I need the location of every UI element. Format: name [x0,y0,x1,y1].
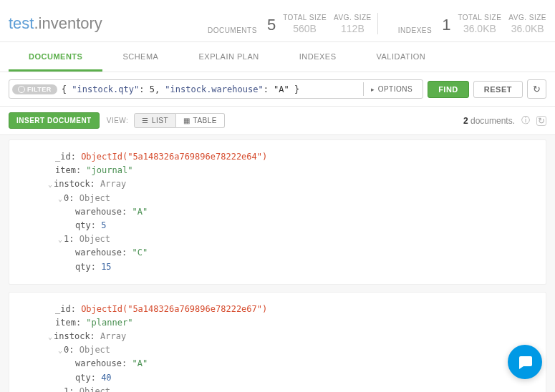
indexes-count: 1 [442,16,450,34]
documents-list: _id: ObjectId("5a148326a769896e78222e64"… [0,135,555,392]
find-button[interactable]: FIND [428,81,469,98]
document-card[interactable]: _id: ObjectId("5a148326a769896e78222e67"… [9,292,546,392]
tab-explain-plan[interactable]: EXPLAIN PLAN [178,42,279,72]
documents-toolbar: INSERT DOCUMENT VIEW: ☰ LIST ▦ TABLE 2 d… [0,107,555,135]
view-list-button[interactable]: ☰ LIST [134,113,176,128]
history-icon[interactable]: ↻ [527,79,546,99]
tab-documents[interactable]: DOCUMENTS [9,42,102,72]
filter-bar: FILTER { "instock.qty": 5, "instock.ware… [0,72,555,107]
tab-bar: DOCUMENTS SCHEMA EXPLAIN PLAN INDEXES VA… [0,42,555,72]
chat-bubble-icon[interactable] [508,345,542,379]
view-table-button[interactable]: ▦ TABLE [176,113,225,128]
refresh-icon[interactable]: ↻ [536,116,546,126]
insert-document-button[interactable]: INSERT DOCUMENT [9,112,100,129]
chevron-down-icon[interactable]: ⌄ [58,386,62,392]
chevron-down-icon[interactable]: ⌄ [58,234,62,245]
chevron-down-icon[interactable]: ⌄ [58,345,62,356]
chevron-down-icon[interactable]: ⌄ [48,331,52,343]
reset-button[interactable]: RESET [473,81,523,98]
chevron-down-icon[interactable]: ⌄ [58,193,62,205]
indexes-stats: INDEXES 1 TOTAL SIZE 36.0KB AVG. SIZE 36… [398,14,546,34]
object-id: ObjectId("5a148326a769896e78222e67") [81,304,267,314]
info-icon[interactable]: ⓘ [521,116,531,126]
document-card[interactable]: _id: ObjectId("5a148326a769896e78222e64"… [9,139,546,285]
options-button[interactable]: OPTIONS [363,82,420,96]
view-toggle: ☰ LIST ▦ TABLE [134,113,225,128]
database-name: test [9,14,34,32]
documents-count: 5 [267,16,276,34]
chevron-down-icon[interactable]: ⌄ [48,179,52,190]
documents-stats: DOCUMENTS 5 TOTAL SIZE 560B AVG. SIZE 11… [208,14,372,34]
namespace: test.inventory [9,14,102,33]
result-count: 2 documents. ⓘ ↻ [463,116,546,126]
collection-header: test.inventory DOCUMENTS 5 TOTAL SIZE 56… [0,0,555,42]
list-icon: ☰ [142,117,149,124]
tab-schema[interactable]: SCHEMA [102,42,178,72]
filter-badge: FILTER [12,84,57,94]
filter-query[interactable]: { "instock.qty": 5, "instock.warehouse":… [62,84,363,94]
filter-input[interactable]: FILTER { "instock.qty": 5, "instock.ware… [9,79,423,99]
object-id: ObjectId("5a148326a769896e78222e64") [81,152,267,162]
collection-name: inventory [39,14,102,32]
table-icon: ▦ [183,117,190,124]
tab-indexes[interactable]: INDEXES [279,42,357,72]
tab-validation[interactable]: VALIDATION [357,42,446,72]
